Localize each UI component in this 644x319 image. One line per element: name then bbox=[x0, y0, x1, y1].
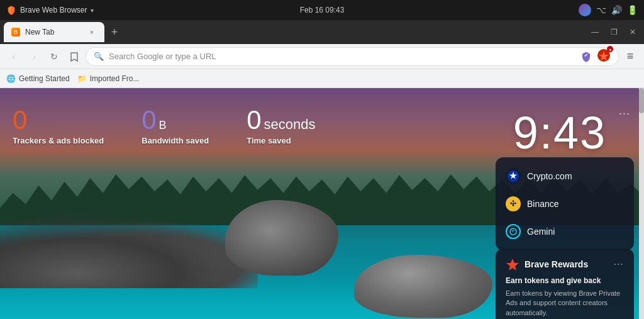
tab-label: New Tab bbox=[25, 28, 54, 36]
cryptocom-label: Crypto.com bbox=[527, 171, 572, 181]
rewards-title-label: Brave Rewards bbox=[525, 259, 588, 269]
rewards-badge: ● bbox=[607, 46, 613, 52]
getting-started-icon: 🌐 bbox=[6, 74, 16, 83]
scrollbar-thumb[interactable] bbox=[639, 88, 644, 113]
forward-button[interactable]: › bbox=[25, 48, 43, 65]
stat-bandwidth-unit: B bbox=[159, 119, 167, 132]
rewards-description: Earn tokens by viewing Brave Private Ads… bbox=[506, 289, 624, 318]
crypto-item-cryptocom[interactable]: Crypto.com bbox=[496, 162, 634, 190]
rocks-overlay bbox=[0, 213, 258, 288]
rewards-panel: Brave Rewards ··· Earn tokens and give b… bbox=[496, 249, 634, 319]
tab-favicon: B bbox=[11, 28, 20, 36]
reload-button[interactable]: ↻ bbox=[45, 48, 63, 65]
rewards-subtitle: Earn tokens and give back bbox=[506, 276, 624, 285]
tab-bar: B New Tab × + — ❐ ✕ bbox=[0, 20, 644, 44]
rewards-button[interactable]: ● bbox=[597, 48, 611, 64]
stat-bandwidth-number: 0 bbox=[142, 107, 156, 133]
stat-bandwidth-row: 0 B bbox=[142, 107, 209, 133]
stat-trackers-number: 0 bbox=[13, 107, 104, 133]
binance-label: Binance bbox=[527, 199, 559, 209]
bookmarks-bar: 🌐 Getting Started 📁 Imported Fro... bbox=[0, 69, 644, 88]
profile-icon[interactable] bbox=[579, 4, 591, 16]
tab-close-button[interactable]: × bbox=[87, 27, 97, 37]
imported-folder-icon: 📁 bbox=[77, 74, 87, 83]
maximize-button[interactable]: ❐ bbox=[606, 25, 621, 40]
network-icon: ⌥ bbox=[596, 5, 606, 15]
clock-more-button[interactable]: ··· bbox=[619, 107, 630, 120]
address-placeholder: Search Google or type a URL bbox=[109, 52, 575, 61]
bookmark-icon bbox=[70, 52, 79, 62]
back-button[interactable]: ‹ bbox=[5, 48, 23, 65]
title-bar-right: ⌥ 🔊 🔋 bbox=[579, 4, 638, 16]
title-dropdown-arrow[interactable]: ▾ bbox=[91, 7, 94, 14]
stat-time-number: 0 bbox=[247, 107, 261, 133]
stat-trackers-label: Trackers & ads blocked bbox=[13, 136, 104, 145]
stat-time: 0 seconds Time saved bbox=[247, 107, 315, 145]
volume-icon: 🔊 bbox=[611, 5, 622, 15]
stat-bandwidth-label: Bandwidth saved bbox=[142, 136, 209, 145]
rock-right bbox=[354, 255, 492, 318]
crypto-item-binance[interactable]: Binance bbox=[496, 190, 634, 218]
close-button[interactable]: ✕ bbox=[625, 25, 640, 40]
clock-display: 9:43 bbox=[513, 107, 606, 159]
title-bar-datetime: Feb 16 09:43 bbox=[300, 6, 345, 14]
stat-time-row: 0 seconds bbox=[247, 107, 315, 133]
title-bar: Brave Web Browser ▾ Feb 16 09:43 ⌥ 🔊 🔋 bbox=[0, 0, 644, 20]
stats-overlay: 0 Trackers & ads blocked 0 B Bandwidth s… bbox=[13, 107, 315, 145]
minimize-button[interactable]: — bbox=[587, 25, 602, 40]
bookmark-getting-started[interactable]: 🌐 Getting Started bbox=[6, 74, 70, 83]
window-controls: — ❐ ✕ bbox=[587, 25, 640, 40]
nav-bar: ‹ › ↻ 🔍 Search Google or type a URL ● ≡ bbox=[0, 44, 644, 69]
brave-shield-addr-icon bbox=[580, 51, 592, 62]
bookmark-imported[interactable]: 📁 Imported Fro... bbox=[77, 74, 140, 83]
new-tab-button[interactable]: + bbox=[106, 23, 123, 41]
bookmark-button[interactable] bbox=[65, 48, 83, 65]
rewards-header: Brave Rewards ··· bbox=[506, 257, 624, 271]
shield-button[interactable] bbox=[580, 51, 592, 62]
menu-button[interactable]: ≡ bbox=[621, 48, 639, 65]
crypto-widget: Crypto.com Binance Gemini bbox=[496, 157, 634, 250]
bookmark-getting-started-label: Getting Started bbox=[19, 74, 70, 83]
tab-new-tab[interactable]: B New Tab × bbox=[4, 22, 104, 42]
battery-icon: 🔋 bbox=[627, 5, 638, 15]
cryptocom-icon bbox=[506, 169, 521, 184]
title-bar-left: Brave Web Browser ▾ bbox=[6, 5, 579, 15]
gemini-label: Gemini bbox=[527, 227, 555, 237]
stat-trackers: 0 Trackers & ads blocked bbox=[13, 107, 104, 145]
rewards-title-row: Brave Rewards bbox=[506, 257, 588, 271]
bookmark-imported-label: Imported Fro... bbox=[90, 74, 140, 83]
rewards-more-button[interactable]: ··· bbox=[614, 259, 624, 270]
stat-time-unit: seconds bbox=[264, 116, 316, 133]
address-bar[interactable]: 🔍 Search Google or type a URL ● bbox=[86, 47, 619, 66]
stat-time-label: Time saved bbox=[247, 136, 315, 145]
brave-app-title: Brave Web Browser bbox=[20, 6, 87, 14]
scrollbar[interactable] bbox=[639, 88, 644, 319]
brave-rewards-panel-icon bbox=[506, 257, 519, 271]
search-icon: 🔍 bbox=[94, 52, 104, 61]
gemini-icon bbox=[506, 224, 521, 239]
main-content: 0 Trackers & ads blocked 0 B Bandwidth s… bbox=[0, 88, 644, 319]
brave-shield-icon bbox=[6, 5, 16, 15]
crypto-list: Crypto.com Binance Gemini bbox=[496, 157, 634, 250]
svg-marker-3 bbox=[506, 259, 519, 271]
crypto-item-gemini[interactable]: Gemini bbox=[496, 218, 634, 245]
rock-center bbox=[225, 200, 338, 276]
stat-bandwidth: 0 B Bandwidth saved bbox=[142, 107, 209, 145]
binance-icon bbox=[506, 196, 521, 211]
